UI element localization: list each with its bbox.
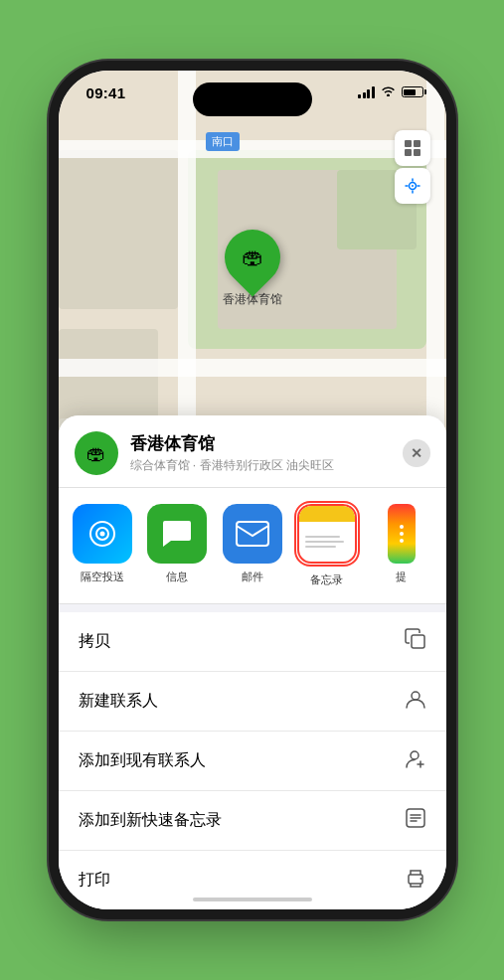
airdrop-icon (73, 504, 132, 564)
location-button[interactable] (395, 168, 430, 204)
status-time: 09:41 (86, 84, 126, 101)
share-mail[interactable]: 邮件 (218, 504, 286, 587)
more-icon (388, 504, 416, 564)
wifi-icon (381, 84, 396, 99)
action-quick-note-label: 添加到新快速备忘录 (79, 810, 222, 831)
action-add-existing-contact[interactable]: 添加到现有联系人 (59, 732, 446, 791)
action-copy[interactable]: 拷贝 (59, 612, 446, 672)
signal-icon (358, 86, 375, 98)
notes-icon (297, 504, 357, 564)
new-contact-icon (405, 688, 426, 715)
message-label: 信息 (166, 570, 188, 584)
svg-rect-3 (414, 149, 420, 156)
svg-rect-9 (412, 635, 424, 648)
share-airdrop[interactable]: 隔空投送 (69, 504, 137, 587)
svg-rect-1 (414, 140, 420, 147)
map-controls[interactable] (395, 130, 430, 204)
map-pin: 🏟 香港体育馆 (223, 230, 282, 308)
quick-note-icon (405, 807, 426, 834)
svg-rect-0 (405, 140, 412, 147)
share-more[interactable]: 提 (367, 504, 435, 587)
close-button[interactable]: ✕ (403, 439, 430, 467)
action-add-existing-label: 添加到现有联系人 (79, 750, 206, 771)
print-icon (405, 867, 426, 894)
pin-icon: 🏟 (242, 245, 263, 270)
mail-icon (223, 504, 282, 564)
action-new-contact[interactable]: 新建联系人 (59, 672, 446, 732)
svg-point-7 (100, 532, 105, 537)
more-label: 提 (396, 570, 407, 584)
svg-point-17 (420, 878, 421, 880)
notes-label: 备忘录 (310, 572, 343, 587)
mail-label: 邮件 (242, 570, 263, 584)
phone-frame: 09:41 (59, 71, 446, 909)
svg-point-10 (412, 692, 420, 700)
svg-rect-8 (237, 522, 268, 546)
action-quick-note[interactable]: 添加到新快速备忘录 (59, 791, 446, 851)
action-copy-label: 拷贝 (79, 631, 110, 652)
dynamic-island (193, 82, 312, 116)
action-list: 拷贝 新建联系人 添加到现有联系人 添加到新快速备忘录 (59, 612, 446, 909)
share-message[interactable]: 信息 (143, 504, 212, 587)
svg-point-11 (411, 751, 419, 759)
airdrop-label: 隔空投送 (81, 570, 124, 584)
svg-point-5 (412, 185, 414, 187)
svg-rect-2 (405, 149, 412, 156)
status-icons (358, 84, 426, 99)
home-indicator (193, 898, 312, 901)
bottom-sheet: 🏟 香港体育馆 综合体育馆 · 香港特别行政区 油尖旺区 ✕ 隔空投送 信 (59, 415, 446, 909)
venue-icon: 🏟 (75, 431, 118, 475)
battery-icon (402, 86, 426, 97)
action-new-contact-label: 新建联系人 (79, 691, 158, 712)
map-entrance-label: 南口 (206, 132, 240, 151)
share-row: 隔空投送 信息 邮件 (59, 488, 446, 604)
venue-subtitle: 综合体育馆 · 香港特别行政区 油尖旺区 (130, 457, 403, 474)
venue-row: 🏟 香港体育馆 综合体育馆 · 香港特别行政区 油尖旺区 ✕ (59, 415, 446, 488)
map-view-button[interactable] (395, 130, 430, 166)
add-existing-contact-icon (405, 747, 426, 774)
share-notes[interactable]: 备忘录 (292, 504, 361, 587)
copy-icon (405, 628, 426, 655)
message-icon (147, 504, 207, 564)
venue-info: 香港体育馆 综合体育馆 · 香港特别行政区 油尖旺区 (130, 432, 403, 474)
venue-name: 香港体育馆 (130, 432, 403, 455)
action-print-label: 打印 (79, 870, 110, 891)
